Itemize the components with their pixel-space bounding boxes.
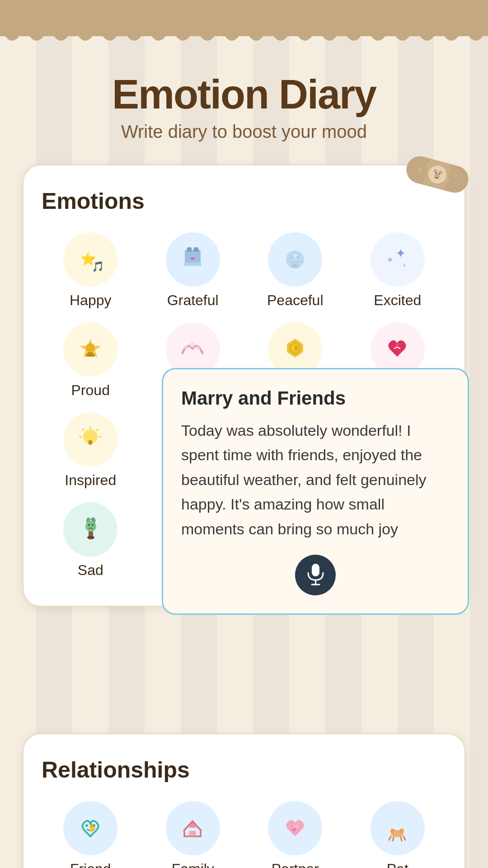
- emotion-label: Grateful: [167, 292, 219, 309]
- svg-point-51: [92, 524, 94, 526]
- emotion-label: Happy: [70, 292, 112, 309]
- rel-item[interactable]: Pet: [349, 801, 447, 868]
- emotions-section-title: Emotions: [42, 188, 446, 214]
- svg-line-72: [393, 837, 394, 841]
- top-decoration: [0, 0, 488, 54]
- diary-dialog[interactable]: Marry and Friends Today was absolutely w…: [162, 368, 469, 615]
- svg-rect-63: [189, 831, 196, 837]
- emotion-label: Excited: [374, 292, 421, 309]
- app-title: Emotion Diary: [9, 72, 479, 117]
- svg-text:✦: ✦: [402, 262, 407, 269]
- svg-point-70: [399, 829, 404, 833]
- svg-point-34: [395, 343, 399, 347]
- emotion-item[interactable]: ⭐ 🎵 Happy: [42, 232, 140, 309]
- emotion-item[interactable]: Sad: [42, 502, 140, 579]
- svg-rect-18: [194, 247, 198, 252]
- dialog-text: Today was absolutely wonderful! I spent …: [181, 418, 450, 541]
- rel-label: Friend: [70, 861, 111, 868]
- svg-point-49: [85, 521, 96, 532]
- rel-item[interactable]: 3 Partner: [246, 801, 344, 868]
- svg-rect-27: [88, 352, 93, 354]
- svg-rect-57: [312, 564, 319, 576]
- svg-point-22: [291, 264, 299, 268]
- svg-point-67: [296, 825, 298, 828]
- emotion-item[interactable]: Proud: [42, 322, 140, 399]
- svg-rect-19: [184, 262, 202, 266]
- svg-line-74: [404, 836, 405, 840]
- emotion-item[interactable]: Inspired: [42, 412, 140, 489]
- dialog-title: Marry and Friends: [181, 387, 450, 409]
- emotion-item[interactable]: Peaceful: [246, 232, 344, 309]
- rel-label: Family: [172, 861, 214, 868]
- svg-text:✦: ✦: [395, 246, 406, 260]
- emotion-label: Inspired: [65, 472, 116, 489]
- svg-text:🎵: 🎵: [92, 260, 104, 273]
- emotion-label: Proud: [71, 382, 110, 399]
- svg-text:♛: ♛: [293, 344, 299, 352]
- relationships-section-title: Relationships: [42, 757, 446, 783]
- svg-point-26: [86, 343, 95, 352]
- header: Emotion Diary Write diary to boost your …: [0, 54, 488, 156]
- svg-line-38: [97, 429, 98, 430]
- emotion-item[interactable]: ✦ ✦ ✦ Excited: [349, 232, 447, 309]
- svg-point-30: [190, 342, 195, 348]
- svg-line-73: [401, 837, 402, 841]
- svg-point-29: [184, 345, 188, 350]
- mic-button[interactable]: [295, 555, 336, 595]
- svg-rect-16: [185, 250, 201, 263]
- svg-rect-28: [86, 354, 95, 357]
- rel-item[interactable]: Family: [144, 801, 242, 868]
- svg-text:✋: ✋: [88, 823, 97, 832]
- svg-point-64: [190, 823, 195, 828]
- svg-rect-17: [187, 247, 192, 252]
- rel-label: Partner: [272, 861, 319, 868]
- relationships-grid: ✋ Friend Family 3 Partner Pet: [42, 801, 446, 868]
- svg-point-66: [293, 825, 296, 828]
- relationships-card: Relationships ✋ Friend Family 3 Partner …: [23, 733, 465, 868]
- emotion-label: Sad: [78, 562, 103, 579]
- app-subtitle: Write diary to boost your mood: [9, 122, 479, 142]
- svg-point-21: [293, 254, 297, 258]
- svg-line-71: [389, 836, 391, 840]
- svg-point-69: [390, 829, 395, 833]
- emotion-item[interactable]: Grateful: [144, 232, 242, 309]
- svg-line-37: [83, 429, 84, 430]
- emotions-card: Emotions ⭐ 🎵 Happy Grateful Peaceful ✦ ✦…: [23, 165, 465, 607]
- emotion-label: Peaceful: [267, 292, 324, 309]
- rel-label: Pet: [387, 861, 408, 868]
- rel-item[interactable]: ✋ Friend: [42, 801, 140, 868]
- svg-text:3: 3: [291, 824, 296, 833]
- svg-point-31: [197, 345, 201, 350]
- svg-text:✦: ✦: [386, 255, 394, 265]
- svg-point-48: [87, 536, 94, 539]
- svg-point-50: [88, 524, 90, 526]
